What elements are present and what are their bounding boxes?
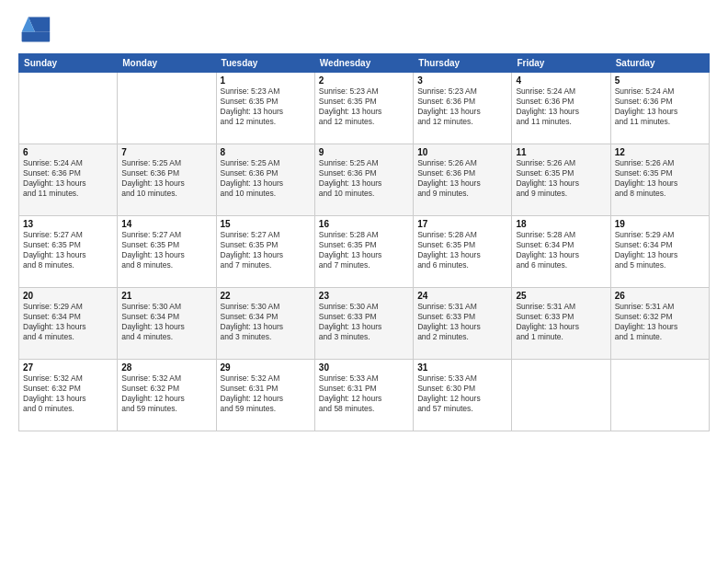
page: SundayMondayTuesdayWednesdayThursdayFrid… bbox=[0, 0, 728, 563]
week-row-3: 13Sunrise: 5:27 AM Sunset: 6:35 PM Dayli… bbox=[19, 216, 710, 288]
day-detail: Sunrise: 5:33 AM Sunset: 6:31 PM Dayligh… bbox=[319, 373, 409, 414]
day-detail: Sunrise: 5:30 AM Sunset: 6:34 PM Dayligh… bbox=[221, 302, 311, 342]
day-detail: Sunrise: 5:23 AM Sunset: 6:35 PM Dayligh… bbox=[221, 86, 311, 127]
day-detail: Sunrise: 5:26 AM Sunset: 6:35 PM Dayligh… bbox=[615, 158, 705, 199]
day-detail: Sunrise: 5:29 AM Sunset: 6:34 PM Dayligh… bbox=[615, 230, 705, 270]
header bbox=[18, 15, 710, 44]
weekday-header-monday: Monday bbox=[118, 54, 216, 73]
day-number: 8 bbox=[221, 147, 311, 157]
calendar-cell: 4Sunrise: 5:24 AM Sunset: 6:36 PM Daylig… bbox=[512, 73, 610, 144]
day-number: 25 bbox=[516, 291, 606, 301]
calendar-cell bbox=[610, 360, 709, 431]
day-number: 9 bbox=[319, 147, 409, 157]
weekday-header-saturday: Saturday bbox=[610, 54, 709, 73]
day-detail: Sunrise: 5:26 AM Sunset: 6:36 PM Dayligh… bbox=[417, 158, 507, 199]
calendar-cell: 20Sunrise: 5:29 AM Sunset: 6:34 PM Dayli… bbox=[19, 288, 118, 360]
day-detail: Sunrise: 5:28 AM Sunset: 6:35 PM Dayligh… bbox=[417, 230, 507, 270]
calendar-cell: 29Sunrise: 5:32 AM Sunset: 6:31 PM Dayli… bbox=[216, 360, 314, 431]
day-number: 26 bbox=[615, 291, 705, 301]
calendar-cell: 2Sunrise: 5:23 AM Sunset: 6:35 PM Daylig… bbox=[314, 73, 413, 144]
day-detail: Sunrise: 5:31 AM Sunset: 6:33 PM Dayligh… bbox=[417, 302, 507, 342]
calendar-cell: 7Sunrise: 5:25 AM Sunset: 6:36 PM Daylig… bbox=[118, 144, 216, 216]
weekday-header-thursday: Thursday bbox=[414, 54, 512, 73]
day-number: 23 bbox=[319, 291, 409, 301]
calendar-cell: 24Sunrise: 5:31 AM Sunset: 6:33 PM Dayli… bbox=[414, 288, 512, 360]
logo bbox=[18, 15, 53, 44]
calendar-cell: 3Sunrise: 5:23 AM Sunset: 6:36 PM Daylig… bbox=[414, 73, 512, 144]
calendar-cell: 17Sunrise: 5:28 AM Sunset: 6:35 PM Dayli… bbox=[414, 216, 512, 288]
day-detail: Sunrise: 5:29 AM Sunset: 6:34 PM Dayligh… bbox=[23, 302, 113, 342]
svg-rect-2 bbox=[22, 32, 51, 42]
calendar-cell: 31Sunrise: 5:33 AM Sunset: 6:30 PM Dayli… bbox=[414, 360, 512, 431]
day-detail: Sunrise: 5:33 AM Sunset: 6:30 PM Dayligh… bbox=[417, 373, 507, 414]
calendar-cell: 28Sunrise: 5:32 AM Sunset: 6:32 PM Dayli… bbox=[118, 360, 216, 431]
day-detail: Sunrise: 5:31 AM Sunset: 6:33 PM Dayligh… bbox=[516, 302, 606, 342]
day-number: 22 bbox=[221, 291, 311, 301]
day-number: 13 bbox=[23, 219, 113, 229]
day-number: 14 bbox=[121, 219, 211, 229]
calendar-cell: 16Sunrise: 5:28 AM Sunset: 6:35 PM Dayli… bbox=[314, 216, 413, 288]
week-row-5: 27Sunrise: 5:32 AM Sunset: 6:32 PM Dayli… bbox=[19, 360, 710, 431]
day-number: 7 bbox=[121, 147, 211, 157]
calendar-cell bbox=[118, 73, 216, 144]
calendar-cell: 1Sunrise: 5:23 AM Sunset: 6:35 PM Daylig… bbox=[216, 73, 314, 144]
day-detail: Sunrise: 5:27 AM Sunset: 6:35 PM Dayligh… bbox=[121, 230, 211, 270]
weekday-header-sunday: Sunday bbox=[19, 54, 118, 73]
calendar-cell: 5Sunrise: 5:24 AM Sunset: 6:36 PM Daylig… bbox=[610, 73, 709, 144]
day-detail: Sunrise: 5:25 AM Sunset: 6:36 PM Dayligh… bbox=[221, 158, 311, 199]
calendar-cell: 21Sunrise: 5:30 AM Sunset: 6:34 PM Dayli… bbox=[118, 288, 216, 360]
weekday-header-tuesday: Tuesday bbox=[216, 54, 314, 73]
weekday-header-friday: Friday bbox=[512, 54, 610, 73]
calendar-cell: 15Sunrise: 5:27 AM Sunset: 6:35 PM Dayli… bbox=[216, 216, 314, 288]
day-number: 29 bbox=[221, 362, 311, 373]
day-detail: Sunrise: 5:31 AM Sunset: 6:32 PM Dayligh… bbox=[615, 302, 705, 342]
day-number: 6 bbox=[23, 147, 113, 157]
day-number: 16 bbox=[319, 219, 409, 229]
day-detail: Sunrise: 5:24 AM Sunset: 6:36 PM Dayligh… bbox=[23, 158, 113, 199]
weekday-header-wednesday: Wednesday bbox=[314, 54, 413, 73]
day-number: 27 bbox=[23, 362, 113, 373]
day-number: 5 bbox=[615, 75, 705, 86]
calendar-cell: 10Sunrise: 5:26 AM Sunset: 6:36 PM Dayli… bbox=[414, 144, 512, 216]
week-row-4: 20Sunrise: 5:29 AM Sunset: 6:34 PM Dayli… bbox=[19, 288, 710, 360]
calendar-cell: 8Sunrise: 5:25 AM Sunset: 6:36 PM Daylig… bbox=[216, 144, 314, 216]
day-detail: Sunrise: 5:30 AM Sunset: 6:34 PM Dayligh… bbox=[121, 302, 211, 342]
day-detail: Sunrise: 5:28 AM Sunset: 6:35 PM Dayligh… bbox=[319, 230, 409, 270]
day-detail: Sunrise: 5:28 AM Sunset: 6:34 PM Dayligh… bbox=[516, 230, 606, 270]
calendar-cell: 26Sunrise: 5:31 AM Sunset: 6:32 PM Dayli… bbox=[610, 288, 709, 360]
day-detail: Sunrise: 5:26 AM Sunset: 6:35 PM Dayligh… bbox=[516, 158, 606, 199]
calendar-cell: 23Sunrise: 5:30 AM Sunset: 6:33 PM Dayli… bbox=[314, 288, 413, 360]
week-row-1: 1Sunrise: 5:23 AM Sunset: 6:35 PM Daylig… bbox=[19, 73, 710, 144]
calendar-cell: 19Sunrise: 5:29 AM Sunset: 6:34 PM Dayli… bbox=[610, 216, 709, 288]
day-detail: Sunrise: 5:23 AM Sunset: 6:35 PM Dayligh… bbox=[319, 86, 409, 127]
day-detail: Sunrise: 5:24 AM Sunset: 6:36 PM Dayligh… bbox=[615, 86, 705, 127]
calendar-cell: 9Sunrise: 5:25 AM Sunset: 6:36 PM Daylig… bbox=[314, 144, 413, 216]
day-number: 12 bbox=[615, 147, 705, 157]
day-number: 4 bbox=[516, 75, 606, 86]
day-number: 19 bbox=[615, 219, 705, 229]
calendar-cell: 30Sunrise: 5:33 AM Sunset: 6:31 PM Dayli… bbox=[314, 360, 413, 431]
day-detail: Sunrise: 5:27 AM Sunset: 6:35 PM Dayligh… bbox=[221, 230, 311, 270]
day-detail: Sunrise: 5:32 AM Sunset: 6:32 PM Dayligh… bbox=[23, 373, 113, 414]
day-number: 24 bbox=[417, 291, 507, 301]
calendar-cell: 18Sunrise: 5:28 AM Sunset: 6:34 PM Dayli… bbox=[512, 216, 610, 288]
day-number: 1 bbox=[221, 75, 311, 86]
calendar-table: SundayMondayTuesdayWednesdayThursdayFrid… bbox=[18, 53, 710, 431]
day-number: 3 bbox=[417, 75, 507, 86]
calendar-cell: 11Sunrise: 5:26 AM Sunset: 6:35 PM Dayli… bbox=[512, 144, 610, 216]
calendar-cell: 13Sunrise: 5:27 AM Sunset: 6:35 PM Dayli… bbox=[19, 216, 118, 288]
calendar-cell: 14Sunrise: 5:27 AM Sunset: 6:35 PM Dayli… bbox=[118, 216, 216, 288]
calendar-cell bbox=[512, 360, 610, 431]
day-number: 2 bbox=[319, 75, 409, 86]
day-detail: Sunrise: 5:30 AM Sunset: 6:33 PM Dayligh… bbox=[319, 302, 409, 342]
day-number: 11 bbox=[516, 147, 606, 157]
day-detail: Sunrise: 5:27 AM Sunset: 6:35 PM Dayligh… bbox=[23, 230, 113, 270]
day-number: 30 bbox=[319, 362, 409, 373]
day-number: 31 bbox=[417, 362, 507, 373]
calendar-cell: 25Sunrise: 5:31 AM Sunset: 6:33 PM Dayli… bbox=[512, 288, 610, 360]
day-detail: Sunrise: 5:23 AM Sunset: 6:36 PM Dayligh… bbox=[417, 86, 507, 127]
calendar-cell: 22Sunrise: 5:30 AM Sunset: 6:34 PM Dayli… bbox=[216, 288, 314, 360]
calendar-cell bbox=[19, 73, 118, 144]
day-detail: Sunrise: 5:32 AM Sunset: 6:31 PM Dayligh… bbox=[221, 373, 311, 414]
day-detail: Sunrise: 5:32 AM Sunset: 6:32 PM Dayligh… bbox=[121, 373, 211, 414]
